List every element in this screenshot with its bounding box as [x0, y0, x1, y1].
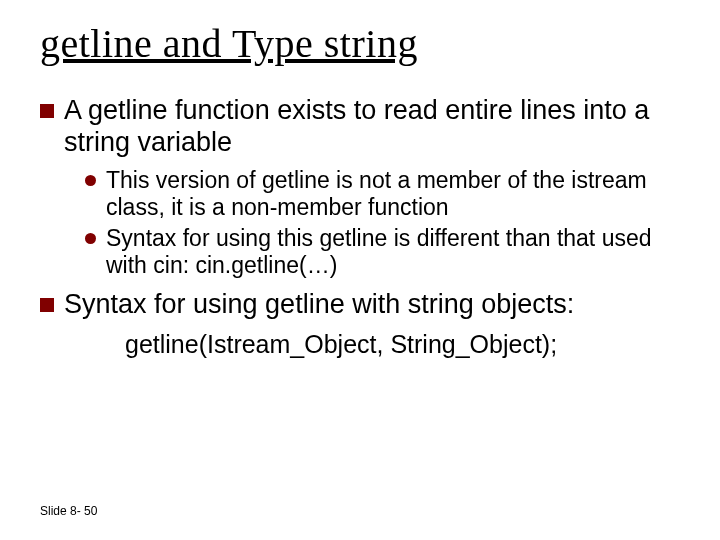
circle-bullet-icon — [85, 233, 96, 244]
slide: getline and Type string A getline functi… — [0, 0, 720, 540]
bullet-text: Syntax for using this getline is differe… — [106, 225, 680, 279]
bullet-text: This version of getline is not a member … — [106, 167, 680, 221]
bullet-text: Syntax for using getline with string obj… — [64, 289, 574, 321]
circle-bullet-icon — [85, 175, 96, 186]
slide-footer: Slide 8- 50 — [40, 504, 97, 518]
bullet-level1: A getline function exists to read entire… — [40, 95, 680, 159]
bullet-text: getline(Istream_Object, String_Object); — [125, 330, 557, 358]
square-bullet-icon — [40, 104, 54, 118]
bullet-level2: Syntax for using this getline is differe… — [85, 225, 680, 279]
bullet-text: A getline function exists to read entire… — [64, 95, 680, 159]
square-bullet-icon — [40, 298, 54, 312]
slide-body: A getline function exists to read entire… — [40, 95, 680, 360]
bullet-level3: getline(Istream_Object, String_Object); — [125, 329, 680, 360]
bullet-level1: Syntax for using getline with string obj… — [40, 289, 680, 321]
slide-title: getline and Type string — [40, 20, 680, 67]
bullet-level2: This version of getline is not a member … — [85, 167, 680, 221]
